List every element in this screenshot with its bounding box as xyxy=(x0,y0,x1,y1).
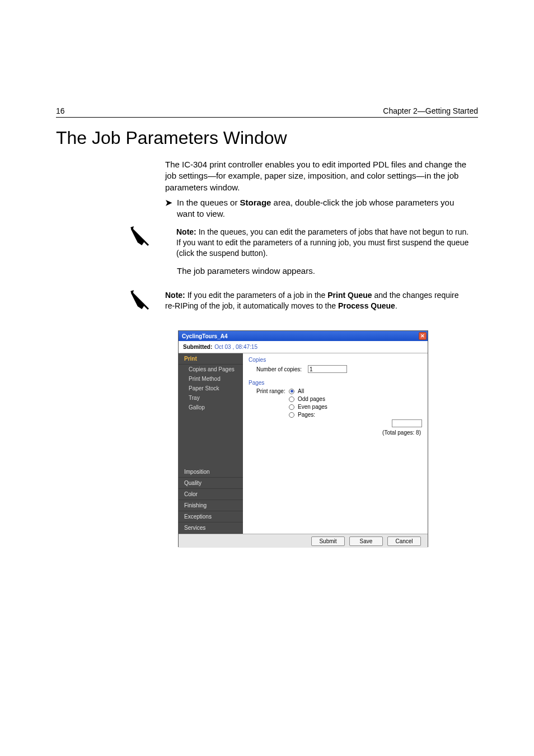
sidebar-section-print[interactable]: Print xyxy=(179,353,243,365)
sidebar-section-quality[interactable]: Quality xyxy=(179,478,243,489)
radio-all[interactable] xyxy=(289,389,294,394)
submitted-bar: Submitted: Oct 03 , 08:47:15 xyxy=(179,341,428,353)
sidebar-section-color[interactable]: Color xyxy=(179,489,243,500)
submitted-label: Submitted: xyxy=(183,344,212,350)
pages-range-input[interactable] xyxy=(392,419,422,427)
close-icon[interactable]: ✕ xyxy=(419,332,427,340)
copies-input[interactable] xyxy=(308,365,347,373)
sidebar-section-finishing[interactable]: Finishing xyxy=(179,500,243,511)
cancel-button[interactable]: Cancel xyxy=(387,536,421,546)
sidebar-item-tray[interactable]: Tray xyxy=(179,393,243,403)
content-panel: Copies Number of copies: Pages Print ran… xyxy=(243,353,428,534)
save-button[interactable]: Save xyxy=(349,536,383,546)
sidebar-item-gallop[interactable]: Gallop xyxy=(179,403,243,412)
radio-pages[interactable] xyxy=(289,412,294,418)
instruction-text: In the queues or Storage area, double-cl… xyxy=(177,197,470,220)
bullet-arrow-icon: ➤ xyxy=(165,197,172,220)
radio-even[interactable] xyxy=(289,404,294,410)
chapter-header: Chapter 2—Getting Started xyxy=(383,106,478,115)
sidebar: Print Copies and Pages Print Method Pape… xyxy=(179,353,243,534)
sidebar-item-copies-pages[interactable]: Copies and Pages xyxy=(179,365,243,374)
pages-heading: Pages xyxy=(249,380,422,386)
copies-label: Number of copies: xyxy=(256,366,305,372)
radio-even-label: Even pages xyxy=(298,404,327,410)
note-pen-icon xyxy=(127,288,152,313)
submit-button[interactable]: Submit xyxy=(311,536,345,546)
page-number: 16 xyxy=(56,106,65,115)
job-parameters-window: CyclingTours_A4 ✕ Submitted: Oct 03 , 08… xyxy=(178,330,428,547)
sidebar-item-print-method[interactable]: Print Method xyxy=(179,374,243,384)
window-titlebar[interactable]: CyclingTours_A4 ✕ xyxy=(179,331,428,341)
radio-all-label: All xyxy=(298,388,304,394)
radio-pages-label: Pages: xyxy=(298,412,315,418)
note-1: Note: In the queues, you can edit the pa… xyxy=(176,227,470,259)
intro-paragraph: The IC-304 print controller enables you … xyxy=(165,159,470,193)
sidebar-section-imposition[interactable]: Imposition xyxy=(179,466,243,478)
page-title: The Job Parameters Window xyxy=(56,128,287,148)
sidebar-item-paper-stock[interactable]: Paper Stock xyxy=(179,384,243,393)
sidebar-section-exceptions[interactable]: Exceptions xyxy=(179,511,243,522)
instruction-step: ➤ In the queues or Storage area, double-… xyxy=(165,197,470,220)
copies-heading: Copies xyxy=(249,357,422,363)
note-pen-icon xyxy=(127,224,152,249)
total-pages-label: (Total pages: 8) xyxy=(382,430,421,436)
print-range-label: Print range: xyxy=(256,388,285,394)
sidebar-section-services[interactable]: Services xyxy=(179,522,243,534)
submitted-value: Oct 03 , 08:47:15 xyxy=(214,344,257,350)
note-2: Note: If you edit the parameters of a jo… xyxy=(165,290,470,311)
window-title: CyclingTours_A4 xyxy=(182,333,228,339)
paragraph-appears: The job parameters window appears. xyxy=(177,265,470,277)
window-footer: Submit Save Cancel xyxy=(179,534,428,548)
radio-odd[interactable] xyxy=(289,396,294,402)
radio-odd-label: Odd pages xyxy=(298,396,325,402)
